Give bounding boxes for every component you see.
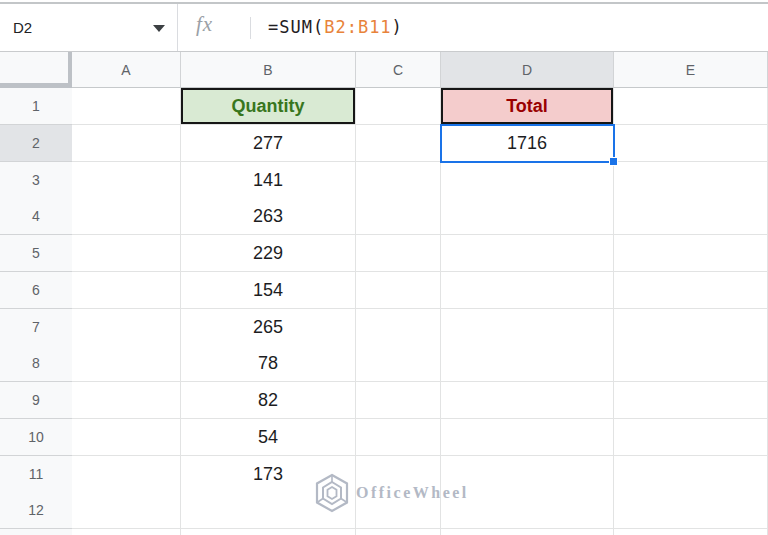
cell-B8[interactable]: 78 <box>181 345 356 382</box>
cell-B10[interactable]: 54 <box>181 419 356 456</box>
cell-A6[interactable] <box>72 272 181 309</box>
fill-handle[interactable] <box>609 157 618 166</box>
row-header-3[interactable]: 3 <box>0 162 73 199</box>
row-header-13[interactable] <box>0 529 73 535</box>
cell-A13[interactable] <box>72 529 181 535</box>
row-header-12[interactable]: 12 <box>0 492 73 529</box>
cell-D7[interactable] <box>441 309 614 346</box>
cell-D8[interactable] <box>441 345 614 382</box>
cell-E13[interactable] <box>614 529 768 535</box>
cell-B6[interactable]: 154 <box>181 272 356 309</box>
cell-B11[interactable]: 173 <box>181 456 356 493</box>
cell-E11[interactable] <box>614 456 768 493</box>
cell-C7[interactable] <box>356 309 441 346</box>
cell-C11[interactable] <box>356 456 441 493</box>
chevron-down-icon[interactable] <box>153 25 165 32</box>
column-header-E[interactable]: E <box>614 52 768 88</box>
formula-bar: D2 fx =SUM(B2:B11) <box>0 4 768 52</box>
row-header-8[interactable]: 8 <box>0 345 73 382</box>
row-header-11[interactable]: 11 <box>0 456 73 493</box>
cell-C4[interactable] <box>356 198 441 235</box>
cell-A2[interactable] <box>72 125 181 162</box>
cell-D11[interactable] <box>441 456 614 493</box>
cell-B1[interactable]: Quantity <box>181 88 356 125</box>
cell-D10[interactable] <box>441 419 614 456</box>
cell-B3[interactable]: 141 <box>181 162 356 199</box>
cell-A10[interactable] <box>72 419 181 456</box>
cell-E5[interactable] <box>614 235 768 272</box>
formula-range: B2:B11 <box>324 17 391 37</box>
cell-D5[interactable] <box>441 235 614 272</box>
cell-A4[interactable] <box>72 198 181 235</box>
row-header-6[interactable]: 6 <box>0 272 73 309</box>
cell-C2[interactable] <box>356 125 441 162</box>
cell-C1[interactable] <box>356 88 441 125</box>
cell-C13[interactable] <box>356 529 441 535</box>
cell-D3[interactable] <box>441 162 614 199</box>
column-header-A[interactable]: A <box>72 52 181 88</box>
cell-A12[interactable] <box>72 492 181 529</box>
cell-A7[interactable] <box>72 309 181 346</box>
row-header-2[interactable]: 2 <box>0 125 73 162</box>
cell-A9[interactable] <box>72 382 181 419</box>
cell-D1[interactable]: Total <box>441 88 614 125</box>
cell-D13[interactable] <box>441 529 614 535</box>
cell-C3[interactable] <box>356 162 441 199</box>
cell-B4[interactable]: 263 <box>181 198 356 235</box>
cell-E6[interactable] <box>614 272 768 309</box>
cell-E4[interactable] <box>614 198 768 235</box>
row-header-9[interactable]: 9 <box>0 382 73 419</box>
cell-B9[interactable]: 82 <box>181 382 356 419</box>
cell-C8[interactable] <box>356 345 441 382</box>
cell-D2[interactable]: 1716 <box>441 125 614 162</box>
cell-A1[interactable] <box>72 88 181 125</box>
cell-C5[interactable] <box>356 235 441 272</box>
row-header-4[interactable]: 4 <box>0 198 73 235</box>
cell-D12[interactable] <box>441 492 614 529</box>
cell-D6[interactable] <box>441 272 614 309</box>
cell-A5[interactable] <box>72 235 181 272</box>
cell-E7[interactable] <box>614 309 768 346</box>
cell-C12[interactable] <box>356 492 441 529</box>
spreadsheet-grid: ABCDE1QuantityTotal227717163141426352296… <box>0 52 768 535</box>
cell-C10[interactable] <box>356 419 441 456</box>
row-header-10[interactable]: 10 <box>0 419 73 456</box>
google-sheets-window: D2 fx =SUM(B2:B11) ABCDE1QuantityTotal22… <box>0 0 768 535</box>
cell-E9[interactable] <box>614 382 768 419</box>
cell-E10[interactable] <box>614 419 768 456</box>
row-header-5[interactable]: 5 <box>0 235 73 272</box>
cell-B5[interactable]: 229 <box>181 235 356 272</box>
name-box-value: D2 <box>13 4 32 51</box>
formula-input[interactable]: =SUM(B2:B11) <box>268 4 403 51</box>
cell-C9[interactable] <box>356 382 441 419</box>
formula-bar-divider-2 <box>250 17 251 39</box>
row-header-1[interactable]: 1 <box>0 88 73 125</box>
cell-E8[interactable] <box>614 345 768 382</box>
cell-E3[interactable] <box>614 162 768 199</box>
column-header-B[interactable]: B <box>181 52 356 88</box>
cell-E12[interactable] <box>614 492 768 529</box>
cell-E2[interactable] <box>614 125 768 162</box>
fx-icon: fx <box>196 12 213 37</box>
column-header-C[interactable]: C <box>356 52 441 88</box>
formula-suffix: ) <box>392 17 403 37</box>
column-header-D[interactable]: D <box>441 52 614 88</box>
cell-E1[interactable] <box>614 88 768 125</box>
cell-C6[interactable] <box>356 272 441 309</box>
cell-B12[interactable] <box>181 492 356 529</box>
cell-D4[interactable] <box>441 198 614 235</box>
row-header-7[interactable]: 7 <box>0 309 73 346</box>
cell-D9[interactable] <box>441 382 614 419</box>
cell-A3[interactable] <box>72 162 181 199</box>
cell-B2[interactable]: 277 <box>181 125 356 162</box>
cell-A11[interactable] <box>72 456 181 493</box>
formula-bar-divider <box>177 4 178 51</box>
name-box[interactable]: D2 <box>0 4 177 51</box>
cell-A8[interactable] <box>72 345 181 382</box>
select-all-corner[interactable] <box>0 52 73 88</box>
cell-B13[interactable] <box>181 529 356 535</box>
formula-prefix: =SUM( <box>268 17 324 37</box>
cell-B7[interactable]: 265 <box>181 309 356 346</box>
